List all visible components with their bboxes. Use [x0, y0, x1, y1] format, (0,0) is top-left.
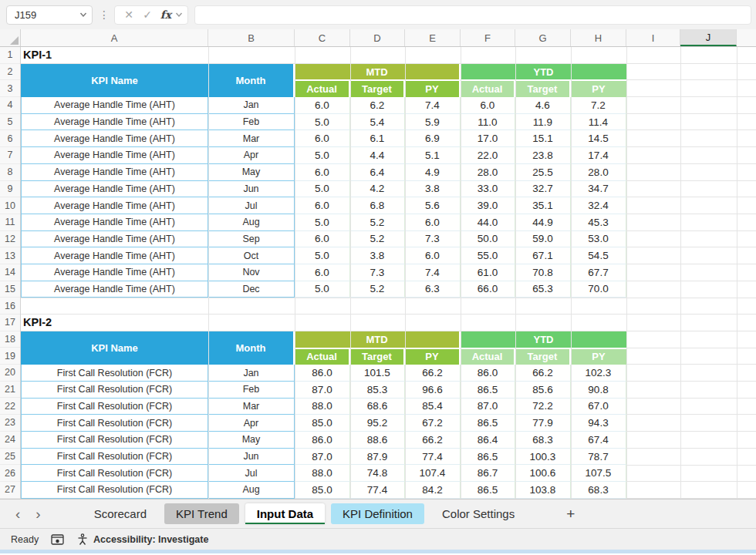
value-cell[interactable]: 6.0 [295, 97, 350, 114]
formula-bar-options-icon[interactable] [175, 12, 183, 18]
row-header-24[interactable]: 24 [0, 432, 20, 449]
kpi-name-cell[interactable]: Average Handle Time (AHT) [21, 130, 208, 147]
value-cell[interactable]: 67.7 [571, 264, 626, 281]
value-cell[interactable]: 87.0 [295, 449, 350, 466]
value-cell[interactable]: 28.0 [571, 164, 626, 181]
value-cell[interactable]: 85.0 [295, 415, 350, 432]
row-header-9[interactable]: 9 [0, 181, 20, 198]
kpi-name-cell[interactable]: Average Handle Time (AHT) [21, 231, 208, 248]
value-cell[interactable]: 17.0 [461, 130, 515, 147]
ytd-actual-header[interactable]: Actual [461, 349, 514, 365]
column-header-I[interactable]: I [626, 29, 680, 46]
value-cell[interactable]: 6.8 [350, 197, 405, 214]
kpi-name-cell[interactable]: First Call Resolution (FCR) [21, 399, 208, 415]
value-cell[interactable]: 65.3 [515, 281, 571, 298]
value-cell[interactable]: 3.8 [405, 181, 461, 198]
kpi-name-cell[interactable]: Average Handle Time (AHT) [21, 97, 208, 114]
value-cell[interactable]: 90.8 [571, 382, 626, 399]
row-header-2[interactable]: 2 [0, 64, 20, 81]
value-cell[interactable]: 86.0 [461, 365, 515, 382]
value-cell[interactable]: 96.6 [405, 382, 461, 399]
mtd-header[interactable]: MTD [295, 64, 459, 80]
value-cell[interactable]: 35.1 [515, 197, 571, 214]
value-cell[interactable]: 67.0 [571, 399, 626, 415]
value-cell[interactable]: 44.9 [515, 214, 571, 231]
value-cell[interactable]: 107.4 [405, 465, 461, 482]
column-header-A[interactable]: A [21, 29, 208, 46]
month-cell[interactable]: Mar [208, 130, 295, 147]
value-cell[interactable]: 5.0 [295, 181, 350, 198]
kpi-name-cell[interactable]: First Call Resolution (FCR) [21, 415, 208, 432]
value-cell[interactable]: 11.9 [515, 114, 571, 131]
kpi-name-cell[interactable]: Average Handle Time (AHT) [21, 264, 208, 281]
value-cell[interactable]: 5.2 [350, 281, 405, 298]
name-box[interactable]: J159 [6, 5, 93, 25]
row-header-19[interactable]: 19 [0, 348, 20, 365]
value-cell[interactable]: 5.2 [350, 214, 405, 231]
value-cell[interactable]: 54.5 [571, 247, 626, 264]
row-header-13[interactable]: 13 [0, 247, 20, 264]
value-cell[interactable]: 34.7 [571, 181, 626, 198]
value-cell[interactable]: 68.6 [350, 399, 405, 415]
value-cell[interactable]: 5.0 [295, 114, 350, 131]
value-cell[interactable]: 6.0 [295, 130, 350, 147]
value-cell[interactable]: 86.7 [461, 465, 515, 482]
mtd-header[interactable]: MTD [295, 331, 459, 348]
name-box-dropdown-icon[interactable] [79, 12, 87, 18]
month-cell[interactable]: May [208, 164, 295, 181]
value-cell[interactable]: 68.3 [515, 432, 571, 449]
value-cell[interactable]: 87.0 [295, 382, 350, 399]
value-cell[interactable]: 77.4 [350, 482, 405, 499]
value-cell[interactable]: 6.0 [295, 197, 350, 214]
value-cell[interactable]: 61.0 [461, 264, 515, 281]
kpi-name-cell[interactable]: Average Handle Time (AHT) [21, 214, 208, 231]
row-header-23[interactable]: 23 [0, 415, 20, 432]
value-cell[interactable]: 107.5 [571, 465, 626, 482]
value-cell[interactable]: 102.3 [571, 365, 626, 382]
row-header-18[interactable]: 18 [0, 331, 20, 348]
value-cell[interactable]: 87.0 [461, 399, 515, 415]
month-cell[interactable]: Jan [208, 365, 295, 382]
value-cell[interactable]: 74.8 [350, 465, 405, 482]
kpi-name-cell[interactable]: Average Handle Time (AHT) [21, 164, 208, 181]
row-header-1[interactable]: 1 [0, 47, 20, 64]
ytd-actual-header[interactable]: Actual [461, 81, 514, 97]
value-cell[interactable]: 78.7 [571, 449, 626, 466]
value-cell[interactable]: 88.0 [295, 399, 350, 415]
kpi-name-cell[interactable]: First Call Resolution (FCR) [21, 482, 208, 499]
row-header-14[interactable]: 14 [0, 264, 20, 281]
value-cell[interactable]: 5.0 [295, 247, 350, 264]
value-cell[interactable]: 17.4 [571, 147, 626, 164]
sheet-tab-kpi-trend[interactable]: KPI Trend [164, 503, 239, 524]
value-cell[interactable]: 50.0 [461, 231, 515, 248]
value-cell[interactable]: 7.4 [405, 264, 461, 281]
value-cell[interactable]: 86.5 [461, 482, 515, 499]
kpi-name-cell[interactable]: Average Handle Time (AHT) [21, 281, 208, 298]
month-cell[interactable]: Mar [208, 399, 295, 415]
row-header-20[interactable]: 20 [0, 365, 20, 382]
value-cell[interactable]: 5.1 [405, 147, 461, 164]
accessibility-icon[interactable] [76, 533, 89, 546]
value-cell[interactable]: 68.3 [571, 482, 626, 499]
kpi-name-cell[interactable]: Average Handle Time (AHT) [21, 181, 208, 198]
column-header-J[interactable]: J [680, 29, 737, 46]
table-header-blue-band[interactable]: KPI Name Month [21, 331, 293, 365]
value-cell[interactable]: 7.4 [405, 97, 461, 114]
accessibility-status[interactable]: Accessibility: Investigate [93, 534, 208, 545]
mtd-target-header[interactable]: Target [350, 349, 403, 365]
row-header-17[interactable]: 17 [0, 314, 20, 331]
value-cell[interactable]: 5.0 [295, 281, 350, 298]
value-cell[interactable]: 77.9 [515, 415, 571, 432]
value-cell[interactable]: 103.8 [515, 482, 571, 499]
value-cell[interactable]: 59.0 [515, 231, 571, 248]
month-cell[interactable]: Jun [208, 449, 295, 466]
value-cell[interactable]: 67.1 [515, 247, 571, 264]
month-cell[interactable]: Jan [208, 97, 295, 114]
value-cell[interactable]: 7.3 [405, 231, 461, 248]
value-cell[interactable]: 5.2 [350, 231, 405, 248]
value-cell[interactable]: 86.0 [295, 365, 350, 382]
row-header-27[interactable]: 27 [0, 482, 20, 499]
value-cell[interactable]: 85.3 [350, 382, 405, 399]
value-cell[interactable]: 84.2 [405, 482, 461, 499]
value-cell[interactable]: 6.0 [405, 214, 461, 231]
